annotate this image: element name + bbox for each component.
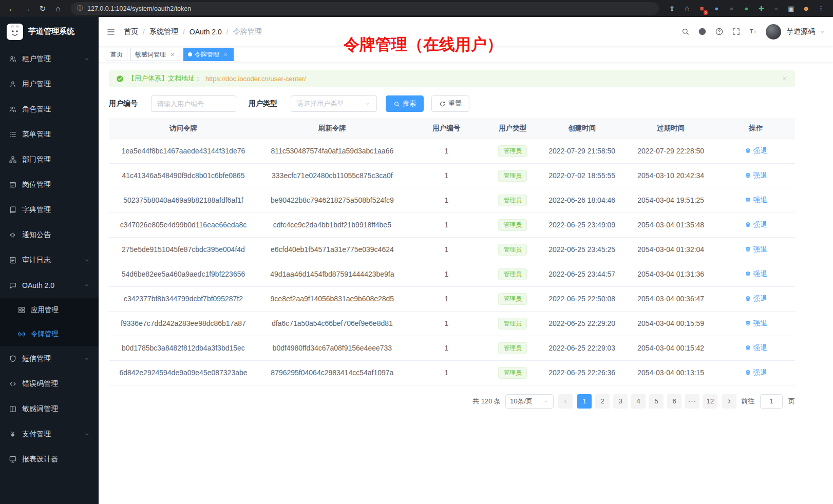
sidebar-item-pay[interactable]: 支付管理 bbox=[0, 421, 99, 447]
extension-dark-icon[interactable]: ● bbox=[725, 3, 739, 15]
force-logout-button[interactable]: 强退 bbox=[745, 196, 767, 205]
pager-page-1[interactable]: 1 bbox=[577, 394, 592, 409]
help-icon[interactable] bbox=[715, 27, 724, 36]
back-icon[interactable]: ← bbox=[5, 2, 18, 15]
extension-paw-icon[interactable]: ● bbox=[769, 3, 783, 15]
pager-page-2[interactable]: 2 bbox=[595, 394, 610, 409]
sidebar-item-dept[interactable]: 部门管理 bbox=[0, 147, 99, 172]
extensions-puzzle-icon[interactable]: ✚ bbox=[754, 3, 768, 15]
next-page-button[interactable] bbox=[722, 394, 736, 409]
user-id-cell: 1 bbox=[407, 163, 486, 188]
share-icon[interactable]: ⇧ bbox=[665, 3, 679, 15]
pager-more[interactable]: ··· bbox=[685, 394, 699, 409]
sidebar-item-tenant[interactable]: 租户管理 bbox=[0, 46, 99, 71]
access-token-cell: 6d842e2924594de9a09e45e087323abe bbox=[109, 360, 258, 385]
search-icon[interactable] bbox=[681, 27, 690, 36]
column-header: 用户类型 bbox=[486, 118, 539, 139]
tab-label: 首页 bbox=[110, 50, 123, 59]
user-name[interactable]: 芋道源码 bbox=[786, 27, 815, 36]
fontsize-icon[interactable]: TT bbox=[749, 27, 758, 36]
user-id-cell: 1 bbox=[407, 212, 486, 237]
user-type-badge: 管理员 bbox=[498, 367, 527, 379]
prev-page-button[interactable] bbox=[558, 394, 573, 409]
banner-link[interactable]: https://doc.iocoder.cn/user-center/ bbox=[205, 75, 306, 83]
sidebar-item-sensitive-word[interactable]: 敏感词管理 bbox=[0, 396, 99, 421]
side-panel-icon[interactable]: ▣ bbox=[784, 3, 798, 15]
action-cell: 强退 bbox=[717, 336, 795, 360]
sidebar-item-report-designer[interactable]: 报表设计器 bbox=[0, 447, 99, 472]
force-logout-button[interactable]: 强退 bbox=[745, 220, 767, 229]
extension-green-icon[interactable]: ● bbox=[740, 3, 753, 15]
force-logout-button[interactable]: 强退 bbox=[745, 319, 767, 328]
user-menu-caret-icon[interactable] bbox=[819, 29, 825, 35]
table-row: 54d6be82ee5a460a9aedc1f9bf22365649d1aa46… bbox=[109, 262, 795, 286]
pager-page-3[interactable]: 3 bbox=[613, 394, 628, 409]
sidebar-item-post[interactable]: 岗位管理 bbox=[0, 172, 99, 197]
breadcrumb-item[interactable]: OAuth 2.0 bbox=[190, 28, 222, 36]
menu-dots-icon[interactable]: ⋮ bbox=[814, 3, 828, 15]
extension-blue-icon[interactable]: ● bbox=[710, 3, 724, 15]
errcode-icon bbox=[9, 380, 17, 388]
sidebar-item-error-code[interactable]: 错误码管理 bbox=[0, 371, 99, 396]
sidebar-collapse-button[interactable] bbox=[106, 27, 116, 36]
refresh-token-cell: 49d1aa46d1454fbd87591444423be9fa bbox=[258, 262, 407, 286]
address-bar[interactable]: ⓘ 127.0.0.1:1024/system/oauth2/token bbox=[71, 2, 659, 15]
pager-page-4[interactable]: 4 bbox=[631, 394, 646, 409]
breadcrumb-separator: / bbox=[226, 28, 229, 36]
pager-page-5[interactable]: 5 bbox=[649, 394, 664, 409]
pager-page-6[interactable]: 6 bbox=[667, 394, 681, 409]
force-logout-button[interactable]: 强退 bbox=[745, 245, 767, 254]
refresh-icon[interactable]: ↻ bbox=[36, 2, 49, 15]
avatar[interactable] bbox=[766, 24, 781, 40]
site-info-icon[interactable]: ⓘ bbox=[77, 4, 83, 13]
user-type-select[interactable]: 请选择用户类型 bbox=[291, 95, 377, 112]
sidebar-item-oauth2-token[interactable]: 令牌管理 bbox=[0, 322, 99, 346]
tab-sensitive-word[interactable]: 敏感词管理 bbox=[130, 48, 180, 61]
page-size-value: 10条/页 bbox=[510, 397, 533, 406]
tab-token[interactable]: 令牌管理 bbox=[183, 48, 234, 61]
table-body: 1ea5e44f8bc1467aaede43144f31de76811c5304… bbox=[109, 139, 795, 385]
force-logout-button[interactable]: 强退 bbox=[745, 294, 767, 303]
user-id-cell: 1 bbox=[407, 286, 486, 311]
sidebar-item-role[interactable]: 角色管理 bbox=[0, 96, 99, 122]
page-size-select[interactable]: 10条/页 bbox=[505, 394, 554, 409]
sidebar-item-audit-log[interactable]: 审计日志 bbox=[0, 247, 99, 273]
pager-page-12[interactable]: 12 bbox=[703, 394, 717, 409]
tab-home[interactable]: 首页 bbox=[106, 48, 127, 61]
sidebar-item-oauth2[interactable]: OAuth 2.0 bbox=[0, 273, 99, 298]
fullscreen-icon[interactable] bbox=[732, 27, 741, 36]
goto-page-input[interactable] bbox=[760, 394, 783, 409]
user-icon bbox=[9, 80, 17, 88]
tab-close-icon[interactable] bbox=[168, 51, 176, 58]
force-logout-label: 强退 bbox=[753, 343, 767, 353]
adblock-extension-icon[interactable]: ■0 bbox=[695, 3, 709, 15]
breadcrumb-item[interactable]: 系统管理 bbox=[149, 27, 178, 36]
user-type-badge: 管理员 bbox=[498, 219, 527, 231]
breadcrumb-item[interactable]: 首页 bbox=[124, 27, 138, 36]
force-logout-button[interactable]: 强退 bbox=[745, 343, 767, 353]
home-icon[interactable]: ⌂ bbox=[51, 2, 65, 15]
sidebar-item-sms[interactable]: 短信管理 bbox=[0, 346, 99, 371]
sidebar-item-user[interactable]: 用户管理 bbox=[0, 71, 99, 96]
log-icon bbox=[9, 256, 17, 264]
sidebar-item-notice[interactable]: 通知公告 bbox=[0, 222, 99, 247]
app-logo[interactable]: 芋道管理系统 bbox=[0, 17, 99, 46]
sidebar-item-oauth2-app[interactable]: 应用管理 bbox=[0, 298, 99, 322]
reset-button[interactable]: 重置 bbox=[431, 95, 469, 112]
github-icon[interactable] bbox=[698, 27, 707, 36]
forward-icon[interactable]: → bbox=[21, 2, 34, 15]
create-time-cell: 2022-06-25 22:26:36 bbox=[539, 360, 625, 385]
force-logout-button[interactable]: 强退 bbox=[745, 368, 767, 377]
force-logout-button[interactable]: 强退 bbox=[745, 146, 767, 156]
force-logout-button[interactable]: 强退 bbox=[745, 269, 767, 279]
sidebar-item-dict[interactable]: 字典管理 bbox=[0, 197, 99, 222]
profile-avatar-icon[interactable]: ☻ bbox=[799, 3, 813, 15]
force-logout-button[interactable]: 强退 bbox=[745, 171, 767, 180]
header-actions: TT 芋道源码 bbox=[681, 24, 825, 40]
search-button[interactable]: 搜索 bbox=[386, 95, 424, 112]
tab-close-icon[interactable] bbox=[222, 51, 229, 58]
user-id-input[interactable] bbox=[151, 95, 236, 112]
bookmark-star-icon[interactable]: ☆ bbox=[680, 3, 694, 15]
banner-close-icon[interactable] bbox=[782, 75, 788, 82]
sidebar-item-menu[interactable]: 菜单管理 bbox=[0, 122, 99, 147]
